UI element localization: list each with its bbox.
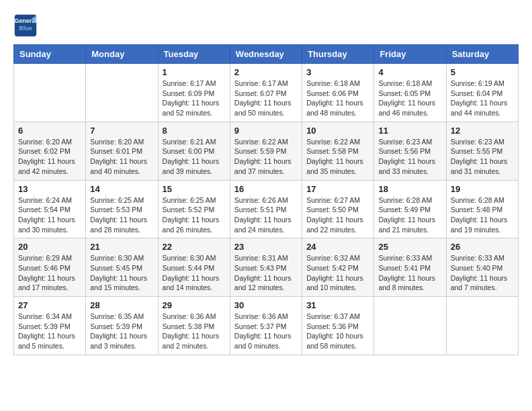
day-info: Sunrise: 6:23 AMSunset: 5:56 PMDaylight:… — [378, 137, 441, 177]
calendar-cell: 30Sunrise: 6:36 AMSunset: 5:37 PMDayligh… — [230, 297, 302, 355]
day-number: 21 — [90, 242, 153, 252]
calendar-cell: 10Sunrise: 6:22 AMSunset: 5:58 PMDayligh… — [302, 122, 374, 180]
day-info: Sunrise: 6:28 AMSunset: 5:48 PMDaylight:… — [451, 195, 514, 235]
day-info: Sunrise: 6:35 AMSunset: 5:39 PMDaylight:… — [90, 312, 153, 351]
calendar-cell: 5Sunrise: 6:19 AMSunset: 6:04 PMDaylight… — [446, 64, 518, 122]
day-info: Sunrise: 6:33 AMSunset: 5:41 PMDaylight:… — [378, 253, 441, 293]
logo: General Blue — [13, 13, 38, 38]
calendar-cell: 22Sunrise: 6:30 AMSunset: 5:44 PMDayligh… — [158, 238, 230, 297]
calendar-cell: 27Sunrise: 6:34 AMSunset: 5:39 PMDayligh… — [14, 297, 86, 355]
day-info: Sunrise: 6:21 AMSunset: 6:00 PMDaylight:… — [163, 137, 226, 177]
calendar-cell — [14, 64, 86, 122]
calendar-cell: 17Sunrise: 6:27 AMSunset: 5:50 PMDayligh… — [302, 180, 374, 238]
day-info: Sunrise: 6:22 AMSunset: 5:58 PMDaylight:… — [306, 137, 369, 177]
day-number: 14 — [90, 184, 153, 194]
day-number: 28 — [90, 300, 153, 310]
day-number: 9 — [234, 126, 298, 136]
day-info: Sunrise: 6:37 AMSunset: 5:36 PMDaylight:… — [306, 312, 369, 351]
day-number: 29 — [163, 300, 226, 310]
day-info: Sunrise: 6:36 AMSunset: 5:38 PMDaylight:… — [163, 312, 226, 351]
calendar-cell: 3Sunrise: 6:18 AMSunset: 6:06 PMDaylight… — [302, 64, 374, 122]
day-info: Sunrise: 6:36 AMSunset: 5:37 PMDaylight:… — [234, 312, 298, 351]
weekday-header-thursday: Thursday — [302, 45, 374, 64]
calendar-cell: 4Sunrise: 6:18 AMSunset: 6:05 PMDaylight… — [374, 64, 446, 122]
day-number: 1 — [163, 67, 226, 77]
day-number: 10 — [306, 126, 369, 136]
calendar-cell — [446, 297, 518, 355]
calendar-cell: 9Sunrise: 6:22 AMSunset: 5:59 PMDaylight… — [230, 122, 302, 180]
day-number: 12 — [451, 126, 514, 136]
calendar-week-4: 20Sunrise: 6:29 AMSunset: 5:46 PMDayligh… — [14, 238, 519, 297]
calendar-cell: 11Sunrise: 6:23 AMSunset: 5:56 PMDayligh… — [374, 122, 446, 180]
day-number: 2 — [234, 67, 298, 77]
day-number: 23 — [234, 242, 298, 252]
calendar-cell: 15Sunrise: 6:25 AMSunset: 5:52 PMDayligh… — [158, 180, 230, 238]
calendar-cell: 20Sunrise: 6:29 AMSunset: 5:46 PMDayligh… — [14, 238, 86, 297]
day-number: 6 — [18, 126, 81, 136]
day-number: 11 — [378, 126, 441, 136]
day-info: Sunrise: 6:20 AMSunset: 6:01 PMDaylight:… — [90, 137, 153, 177]
day-number: 26 — [451, 242, 514, 252]
svg-text:Blue: Blue — [19, 25, 32, 32]
calendar-header-row: SundayMondayTuesdayWednesdayThursdayFrid… — [14, 45, 519, 64]
calendar-cell: 7Sunrise: 6:20 AMSunset: 6:01 PMDaylight… — [86, 122, 158, 180]
day-info: Sunrise: 6:30 AMSunset: 5:44 PMDaylight:… — [163, 253, 226, 293]
calendar-table: SundayMondayTuesdayWednesdayThursdayFrid… — [13, 44, 519, 355]
calendar-cell: 19Sunrise: 6:28 AMSunset: 5:48 PMDayligh… — [446, 180, 518, 238]
weekday-header-friday: Friday — [374, 45, 446, 64]
day-number: 7 — [90, 126, 153, 136]
day-number: 19 — [451, 184, 514, 194]
day-info: Sunrise: 6:18 AMSunset: 6:05 PMDaylight:… — [378, 79, 441, 118]
calendar-cell: 21Sunrise: 6:30 AMSunset: 5:45 PMDayligh… — [86, 238, 158, 297]
calendar-cell: 2Sunrise: 6:17 AMSunset: 6:07 PMDaylight… — [230, 64, 302, 122]
calendar-cell: 14Sunrise: 6:25 AMSunset: 5:53 PMDayligh… — [86, 180, 158, 238]
day-number: 15 — [163, 184, 226, 194]
day-number: 24 — [306, 242, 369, 252]
page-header: General Blue — [13, 13, 519, 38]
day-number: 5 — [451, 67, 514, 77]
calendar-cell: 31Sunrise: 6:37 AMSunset: 5:36 PMDayligh… — [302, 297, 374, 355]
day-number: 31 — [306, 300, 369, 310]
day-number: 20 — [18, 242, 81, 252]
weekday-header-saturday: Saturday — [446, 45, 518, 64]
calendar-cell: 13Sunrise: 6:24 AMSunset: 5:54 PMDayligh… — [14, 180, 86, 238]
calendar-week-3: 13Sunrise: 6:24 AMSunset: 5:54 PMDayligh… — [14, 180, 519, 238]
calendar-week-2: 6Sunrise: 6:20 AMSunset: 6:02 PMDaylight… — [14, 122, 519, 180]
calendar-cell: 28Sunrise: 6:35 AMSunset: 5:39 PMDayligh… — [86, 297, 158, 355]
day-number: 4 — [378, 67, 441, 77]
calendar-cell: 12Sunrise: 6:23 AMSunset: 5:55 PMDayligh… — [446, 122, 518, 180]
weekday-header-monday: Monday — [86, 45, 158, 64]
day-info: Sunrise: 6:30 AMSunset: 5:45 PMDaylight:… — [90, 253, 153, 293]
day-info: Sunrise: 6:25 AMSunset: 5:52 PMDaylight:… — [163, 195, 226, 235]
calendar-week-1: 1Sunrise: 6:17 AMSunset: 6:09 PMDaylight… — [14, 64, 519, 122]
calendar-cell: 23Sunrise: 6:31 AMSunset: 5:43 PMDayligh… — [230, 238, 302, 297]
day-info: Sunrise: 6:26 AMSunset: 5:51 PMDaylight:… — [234, 195, 298, 235]
day-info: Sunrise: 6:22 AMSunset: 5:59 PMDaylight:… — [234, 137, 298, 177]
day-info: Sunrise: 6:33 AMSunset: 5:40 PMDaylight:… — [451, 253, 514, 293]
day-info: Sunrise: 6:27 AMSunset: 5:50 PMDaylight:… — [306, 195, 369, 235]
day-info: Sunrise: 6:17 AMSunset: 6:07 PMDaylight:… — [234, 79, 298, 118]
day-number: 3 — [306, 67, 369, 77]
day-info: Sunrise: 6:23 AMSunset: 5:55 PMDaylight:… — [451, 137, 514, 177]
day-number: 8 — [163, 126, 226, 136]
day-info: Sunrise: 6:19 AMSunset: 6:04 PMDaylight:… — [451, 79, 514, 118]
day-number: 13 — [18, 184, 81, 194]
calendar-week-5: 27Sunrise: 6:34 AMSunset: 5:39 PMDayligh… — [14, 297, 519, 355]
calendar-cell: 25Sunrise: 6:33 AMSunset: 5:41 PMDayligh… — [374, 238, 446, 297]
calendar-cell — [374, 297, 446, 355]
day-info: Sunrise: 6:25 AMSunset: 5:53 PMDaylight:… — [90, 195, 153, 235]
day-info: Sunrise: 6:34 AMSunset: 5:39 PMDaylight:… — [18, 312, 81, 351]
day-info: Sunrise: 6:32 AMSunset: 5:42 PMDaylight:… — [306, 253, 369, 293]
day-number: 17 — [306, 184, 369, 194]
day-number: 30 — [234, 300, 298, 310]
calendar-cell: 8Sunrise: 6:21 AMSunset: 6:00 PMDaylight… — [158, 122, 230, 180]
calendar-cell: 26Sunrise: 6:33 AMSunset: 5:40 PMDayligh… — [446, 238, 518, 297]
calendar-cell: 24Sunrise: 6:32 AMSunset: 5:42 PMDayligh… — [302, 238, 374, 297]
day-number: 25 — [378, 242, 441, 252]
day-number: 16 — [234, 184, 298, 194]
day-number: 18 — [378, 184, 441, 194]
weekday-header-sunday: Sunday — [14, 45, 86, 64]
day-number: 27 — [18, 300, 81, 310]
calendar-cell: 18Sunrise: 6:28 AMSunset: 5:49 PMDayligh… — [374, 180, 446, 238]
calendar-cell — [86, 64, 158, 122]
